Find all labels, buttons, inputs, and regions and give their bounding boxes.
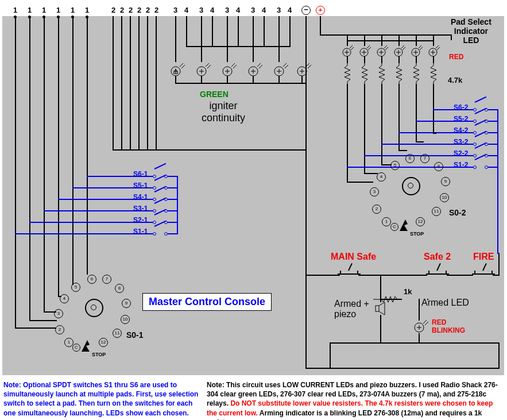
wire <box>398 36 400 46</box>
pin-11: 11 <box>113 329 122 338</box>
wire <box>227 16 228 62</box>
io-4: 4 <box>236 6 240 14</box>
pin-6: 6 <box>87 275 96 284</box>
wire <box>451 36 452 40</box>
led-red-icon <box>428 45 440 57</box>
wire <box>175 16 176 62</box>
wire <box>347 36 348 46</box>
wire <box>364 36 365 46</box>
led-green-icon <box>170 62 186 77</box>
main-safe: MAIN Safe <box>331 252 376 262</box>
igniter-label: igniter continuity <box>202 100 245 124</box>
wire <box>381 164 392 165</box>
wire <box>433 56 434 63</box>
led-green-icon <box>247 62 264 77</box>
io-2: 2 <box>146 6 150 14</box>
wire <box>380 315 381 342</box>
wire <box>253 16 254 62</box>
wire <box>416 56 417 63</box>
led-red-icon <box>342 45 354 57</box>
wire <box>358 275 427 276</box>
wire <box>175 83 307 84</box>
pin-10: 10 <box>121 315 130 324</box>
toggle-switch-icon <box>472 262 495 275</box>
wire <box>227 76 228 83</box>
led-green-icon <box>296 62 312 77</box>
wire <box>305 275 340 276</box>
resistor-icon <box>343 62 351 84</box>
wire <box>381 56 382 63</box>
wire <box>427 299 428 300</box>
resistor-icon <box>429 62 438 84</box>
resistor-label: 4.7k <box>448 76 462 84</box>
wire <box>147 16 148 149</box>
wire <box>347 182 373 183</box>
wire <box>419 299 420 321</box>
fire: FIRE <box>473 252 494 262</box>
wire <box>87 176 153 177</box>
wire <box>289 16 291 46</box>
wire <box>29 320 57 321</box>
pin-3: 3 <box>54 309 63 318</box>
red-blinking: RED BLINKING <box>432 318 465 334</box>
title-text: Master Control Console <box>149 296 265 307</box>
wire <box>58 199 153 200</box>
rotary-knob-icon <box>85 299 103 317</box>
wire <box>381 84 382 164</box>
pin-5: 5 <box>390 161 400 170</box>
pin-2: 2 <box>372 205 381 214</box>
wire <box>44 16 45 311</box>
pin-12: 12 <box>416 217 425 226</box>
wire <box>347 40 434 41</box>
pin-9: 9 <box>441 177 450 186</box>
wire <box>364 56 365 63</box>
pointer-icon <box>397 218 411 232</box>
wire <box>381 36 382 46</box>
wire <box>212 16 213 46</box>
led-green-icon <box>222 62 238 77</box>
stop-label: STOP <box>92 352 106 357</box>
wire <box>201 76 202 83</box>
wire <box>433 109 473 110</box>
io-3: 3 <box>225 6 229 14</box>
wire <box>320 34 452 36</box>
resistor-icon <box>378 62 386 84</box>
wire <box>175 76 176 83</box>
wire <box>87 16 88 275</box>
wire <box>113 149 307 151</box>
wire <box>238 16 239 46</box>
io-3: 3 <box>251 6 255 14</box>
pin-2: 2 <box>55 325 64 334</box>
wire <box>301 76 303 83</box>
wire <box>15 16 16 327</box>
wire <box>398 150 407 151</box>
wire <box>305 368 500 369</box>
wire <box>72 284 73 285</box>
pin-8: 8 <box>115 284 124 293</box>
wire <box>364 84 365 173</box>
wire <box>44 311 56 313</box>
led-green-icon <box>196 62 212 77</box>
resistor-icon <box>395 62 403 84</box>
led-red-icon <box>359 45 371 57</box>
pin-4: 4 <box>377 172 386 182</box>
stop-label: STOP <box>410 231 424 237</box>
wire <box>498 253 500 276</box>
io-2: 2 <box>129 6 133 14</box>
pointer-icon <box>79 339 93 353</box>
wire <box>253 76 254 83</box>
wire <box>364 155 473 156</box>
wire <box>380 299 402 300</box>
wire <box>121 16 122 149</box>
io-4: 4 <box>262 6 266 14</box>
pin-7: 7 <box>102 275 111 284</box>
pin-9: 9 <box>122 299 131 308</box>
pin-12: 12 <box>99 338 108 347</box>
wire <box>113 16 114 149</box>
rotary-knob-icon <box>402 177 420 195</box>
title-box: Master Control Console <box>142 293 272 311</box>
wire <box>156 16 157 149</box>
terminal-minus: − <box>301 6 311 15</box>
io-4: 4 <box>184 6 188 14</box>
green-label: GREEN <box>200 90 229 99</box>
